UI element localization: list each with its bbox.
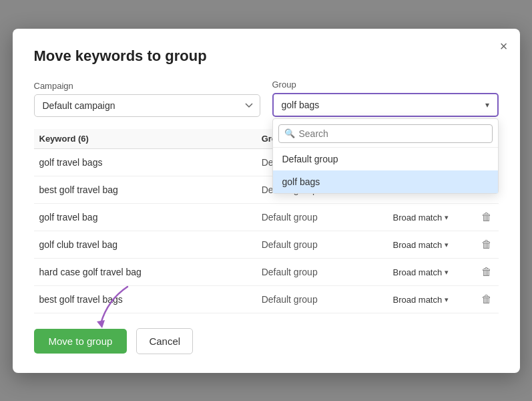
- chevron-down-icon: ▾: [445, 268, 449, 277]
- match-value: Broad match: [393, 267, 443, 277]
- group-cell: Default group: [256, 285, 388, 313]
- match-value: Broad match: [393, 240, 443, 250]
- search-icon: 🔍: [284, 128, 295, 138]
- modal-title: Move keywords to group: [34, 47, 499, 65]
- chevron-down-icon: ▾: [485, 100, 489, 110]
- group-cell: Default group: [256, 258, 388, 285]
- delete-button[interactable]: 🗑: [480, 292, 493, 307]
- match-value: Broad match: [393, 213, 443, 223]
- table-row: hard case golf travel bag Default group …: [34, 258, 499, 285]
- campaign-label: Campaign: [34, 81, 260, 91]
- match-dropdown[interactable]: Broad match ▾: [393, 213, 449, 223]
- table-row: golf travel bag Default group Broad matc…: [34, 203, 499, 231]
- match-cell[interactable]: Broad match ▾: [388, 285, 475, 313]
- search-input-wrap: 🔍: [278, 124, 493, 143]
- footer-row: Move to group Cancel: [34, 328, 499, 354]
- search-input[interactable]: [299, 128, 487, 139]
- match-cell[interactable]: Broad match ▾: [388, 231, 475, 258]
- group-cell: Default group: [256, 203, 388, 231]
- move-to-group-button[interactable]: Move to group: [34, 329, 127, 354]
- match-value: Broad match: [393, 295, 443, 305]
- dropdown-option-golf-bags[interactable]: golf bags: [273, 170, 498, 193]
- chevron-down-icon: ▾: [445, 241, 449, 249]
- delete-button[interactable]: 🗑: [480, 237, 493, 252]
- keyword-cell: best golf travel bag: [34, 176, 256, 203]
- keyword-cell: golf travel bag: [34, 203, 256, 231]
- campaign-select[interactable]: Default campaign: [34, 94, 260, 117]
- keyword-cell: golf club travel bag: [34, 231, 256, 258]
- table-row: best golf travel bags Default group Broa…: [34, 285, 499, 313]
- keyword-cell: hard case golf travel bag: [34, 258, 256, 285]
- group-cell: Default group: [256, 231, 388, 258]
- keyword-cell: golf travel bags: [34, 148, 256, 176]
- group-selected-value: golf bags: [282, 100, 320, 110]
- dropdown-search-row: 🔍: [273, 119, 498, 148]
- modal-dialog: × Move keywords to group Campaign Defaul…: [13, 29, 520, 373]
- delete-cell: 🗑: [475, 203, 499, 231]
- group-dropdown-panel: 🔍 Default group golf bags: [272, 118, 499, 194]
- svg-marker-0: [97, 320, 105, 328]
- chevron-down-icon: ▾: [445, 213, 449, 222]
- delete-cell: 🗑: [475, 231, 499, 258]
- delete-cell: 🗑: [475, 258, 499, 285]
- group-label: Group: [272, 80, 499, 90]
- match-dropdown[interactable]: Broad match ▾: [393, 295, 449, 305]
- chevron-down-icon: ▾: [445, 295, 449, 304]
- group-select-trigger[interactable]: golf bags ▾: [272, 93, 499, 117]
- delete-button[interactable]: 🗑: [480, 265, 493, 279]
- cancel-button[interactable]: Cancel: [136, 328, 193, 354]
- campaign-selector-group: Campaign Default campaign: [34, 81, 260, 117]
- group-selector-group: Group golf bags ▾ 🔍 Default group golf b…: [272, 80, 499, 117]
- dropdown-option-default[interactable]: Default group: [273, 148, 498, 170]
- delete-cell: 🗑: [475, 285, 499, 313]
- match-dropdown[interactable]: Broad match ▾: [393, 240, 449, 250]
- match-cell[interactable]: Broad match ▾: [388, 203, 475, 231]
- keyword-cell: best golf travel bags: [34, 285, 256, 313]
- selectors-row: Campaign Default campaign Group golf bag…: [34, 80, 499, 117]
- close-button[interactable]: ×: [500, 39, 508, 53]
- match-cell[interactable]: Broad match ▾: [388, 258, 475, 285]
- delete-button[interactable]: 🗑: [480, 210, 493, 225]
- table-row: golf club travel bag Default group Broad…: [34, 231, 499, 258]
- col-keyword-header: Keyword (6): [34, 129, 256, 149]
- match-dropdown[interactable]: Broad match ▾: [393, 267, 449, 277]
